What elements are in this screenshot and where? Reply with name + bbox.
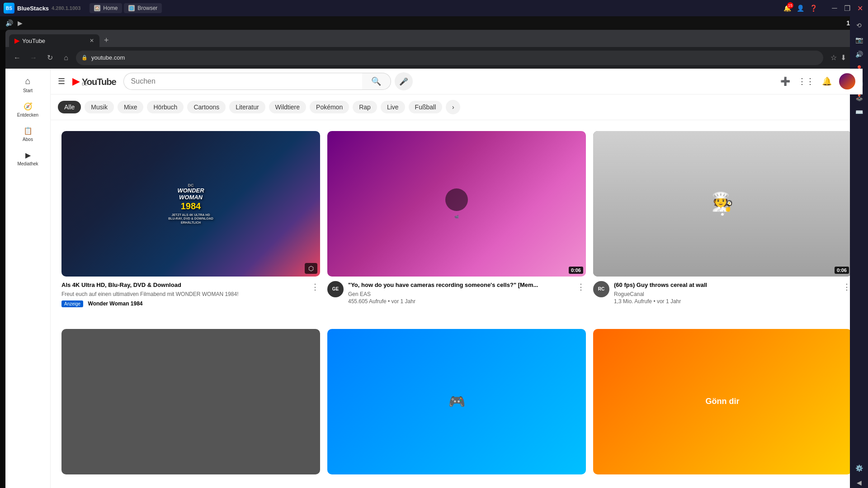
video-grid-row2: 🎮 Gönn dir bbox=[51, 318, 863, 488]
chip-hoerbuch[interactable]: Hörbuch bbox=[147, 101, 184, 113]
video-channel-2: Gen EAS bbox=[348, 291, 571, 297]
chip-literatur[interactable]: Literatur bbox=[229, 101, 265, 113]
home-favicon: 🏠 bbox=[94, 5, 100, 11]
bs-version: 4.280.1.1003 bbox=[52, 5, 80, 11]
download-icon[interactable]: ⬇ bbox=[840, 53, 846, 62]
video-card-3[interactable]: 🧑‍🍳 🍽️ 0:06 RC (60 fps) Guy throws cerea… bbox=[590, 127, 855, 311]
bs-collapse-icon[interactable]: ◀ bbox=[855, 477, 863, 488]
notification-badge: 15 bbox=[787, 2, 793, 9]
sidebar-item-abos[interactable]: 📋 Abos bbox=[8, 123, 48, 145]
help-icon[interactable]: ❓ bbox=[810, 5, 817, 12]
category-row: Alle Musik Mixe Hörbuch Cartoons Literat… bbox=[51, 94, 863, 120]
video-title-2: "Yo, how do you have cameras recording s… bbox=[348, 281, 571, 289]
thumb-label: 📹 bbox=[445, 215, 468, 219]
thumb5-content: 🎮 bbox=[327, 329, 586, 474]
wonder-year: 1984 bbox=[168, 201, 213, 211]
video-meta-2: "Yo, how do you have cameras recording s… bbox=[348, 281, 571, 305]
category-next-button[interactable]: › bbox=[446, 100, 460, 114]
bs-volume-icon[interactable]: 🔊 bbox=[854, 49, 865, 60]
create-icon[interactable]: ➕ bbox=[777, 73, 794, 90]
browser-frame: ▶ YouTube ✕ + ← → ↻ ⌂ 🔒 youtube.com ☆ ⬇ … bbox=[5, 30, 863, 69]
volume-icon[interactable]: 🔊 bbox=[5, 19, 13, 27]
search-input[interactable] bbox=[123, 73, 362, 90]
video-channel-1: Wonder Woman 1984 bbox=[88, 300, 143, 307]
bookmark-icon[interactable]: ☆ bbox=[830, 53, 837, 62]
person-silhouette bbox=[445, 188, 468, 211]
reload-button[interactable]: ↻ bbox=[43, 52, 56, 64]
duration-badge-2: 0:06 bbox=[569, 267, 583, 274]
yt-header: ☰ ▶ YouTube DE 🔍 🎤 ➕ ⋮⋮ 🔔 bbox=[51, 69, 863, 94]
chip-fussball[interactable]: Fußball bbox=[409, 101, 443, 113]
chip-pokemon[interactable]: Pokémon bbox=[310, 101, 349, 113]
more-options-1[interactable]: ⋮ bbox=[310, 281, 320, 307]
thumb6-text: Gönn dir bbox=[706, 397, 740, 406]
video-card-4[interactable] bbox=[58, 325, 324, 483]
chip-cartoons[interactable]: Cartoons bbox=[187, 101, 226, 113]
account-icon[interactable]: 👤 bbox=[797, 5, 804, 12]
yt-logo-icon: ▶ bbox=[72, 75, 80, 87]
sidebar-item-mediathek[interactable]: ▶ Mediathek bbox=[8, 147, 48, 170]
bs-rotate-icon[interactable]: ⟲ bbox=[854, 20, 863, 31]
youtube-tab[interactable]: ▶ YouTube ✕ bbox=[9, 34, 99, 47]
minimize-button[interactable]: ─ bbox=[830, 4, 839, 13]
user-avatar[interactable] bbox=[839, 73, 855, 89]
chip-rap[interactable]: Rap bbox=[353, 101, 377, 113]
more-options-2[interactable]: ⋮ bbox=[576, 281, 586, 305]
channel-avatar-3: RC bbox=[593, 281, 609, 297]
video-channel-3: RogueCanal bbox=[614, 291, 837, 297]
chip-musik[interactable]: Musik bbox=[85, 101, 114, 113]
tab-home-label: Home bbox=[103, 5, 118, 11]
header-actions: ➕ ⋮⋮ 🔔 bbox=[777, 73, 855, 90]
browser-tab-bar: ▶ YouTube ✕ + bbox=[5, 30, 863, 47]
wonder-sub: JETZT ALS 4K ULTRA HDBLU-RAY, DVD & DOWN… bbox=[168, 213, 213, 225]
bell-icon[interactable]: 🔔 bbox=[818, 73, 835, 90]
tab-browser[interactable]: 🌐 Browser bbox=[124, 3, 162, 13]
bs-settings-icon[interactable]: ⚙️ bbox=[854, 463, 865, 474]
menu-icon[interactable]: ☰ bbox=[58, 76, 65, 86]
chip-mixe[interactable]: Mixe bbox=[118, 101, 144, 113]
bs-app-name: BlueStacks bbox=[17, 5, 49, 12]
bs-screenshot-icon[interactable]: 📷 bbox=[854, 34, 865, 45]
yt-logo[interactable]: ▶ YouTube DE bbox=[72, 75, 116, 87]
video-stats-2: 455.605 Aufrufe • vor 1 Jahr bbox=[348, 298, 571, 305]
sidebar-abos-label: Abos bbox=[23, 137, 33, 142]
chip-alle[interactable]: Alle bbox=[58, 101, 81, 113]
library-icon: ▶ bbox=[25, 151, 31, 160]
video-card-5[interactable]: 🎮 bbox=[324, 325, 590, 483]
restore-button[interactable]: ❐ bbox=[843, 4, 852, 13]
video-text-1: Als 4K Ultra HD, Blu-Ray, DVD & Download… bbox=[61, 281, 306, 307]
url-input[interactable]: 🔒 youtube.com bbox=[76, 51, 823, 65]
yt-tab-title: YouTube bbox=[22, 38, 45, 44]
apps-icon[interactable]: ⋮⋮ bbox=[797, 73, 815, 90]
video-card-2[interactable]: 📹 0:06 GE "Yo, how do you have cameras r… bbox=[324, 127, 590, 311]
home-sidebar-icon: ⌂ bbox=[25, 76, 30, 86]
sidebar-item-entdecken[interactable]: 🧭 Entdecken bbox=[8, 99, 48, 121]
video-title-1: Als 4K Ultra HD, Blu-Ray, DVD & Download bbox=[61, 281, 306, 289]
share-icon[interactable]: ⬡ bbox=[305, 263, 317, 274]
home-nav-button[interactable]: ⌂ bbox=[60, 52, 72, 64]
video-card-6[interactable]: Gönn dir bbox=[590, 325, 855, 483]
chip-live[interactable]: Live bbox=[381, 101, 405, 113]
bs-keyboard-icon[interactable]: ⌨️ bbox=[854, 107, 865, 117]
notification-icon[interactable]: 🔔 15 bbox=[783, 5, 791, 12]
forward-button[interactable]: → bbox=[27, 52, 40, 64]
browser-favicon: 🌐 bbox=[128, 5, 135, 11]
sidebar-item-start[interactable]: ⌂ Start bbox=[8, 72, 48, 97]
tab-close-button[interactable]: ✕ bbox=[90, 38, 94, 44]
close-button[interactable]: ✕ bbox=[855, 4, 864, 13]
search-button[interactable]: 🔍 bbox=[362, 73, 391, 90]
mic-button[interactable]: 🎤 bbox=[395, 72, 413, 90]
thumb-person-area: 📹 bbox=[445, 188, 468, 219]
video-thumb-5: 🎮 bbox=[327, 329, 586, 474]
video-thumb-2: 📹 0:06 bbox=[327, 131, 586, 277]
lock-icon: 🔒 bbox=[81, 55, 88, 61]
chip-wildtiere[interactable]: Wildtiere bbox=[269, 101, 306, 113]
yt-sidebar: ⌂ Start 🧭 Entdecken 📋 Abos ▶ Mediathek bbox=[5, 69, 51, 488]
tab-home[interactable]: 🏠 Home bbox=[90, 3, 122, 13]
wonder-thumb-content: DC WONDERWOMAN 1984 JETZT ALS 4K ULTRA H… bbox=[165, 179, 217, 229]
back-button[interactable]: ← bbox=[11, 52, 24, 64]
video-card-1[interactable]: DC WONDERWOMAN 1984 JETZT ALS 4K ULTRA H… bbox=[58, 127, 324, 311]
new-tab-button[interactable]: + bbox=[100, 34, 113, 47]
bs-app-icon: BS bbox=[4, 3, 14, 14]
address-bar: ← → ↻ ⌂ 🔒 youtube.com ☆ ⬇ ⋮ bbox=[5, 47, 863, 69]
